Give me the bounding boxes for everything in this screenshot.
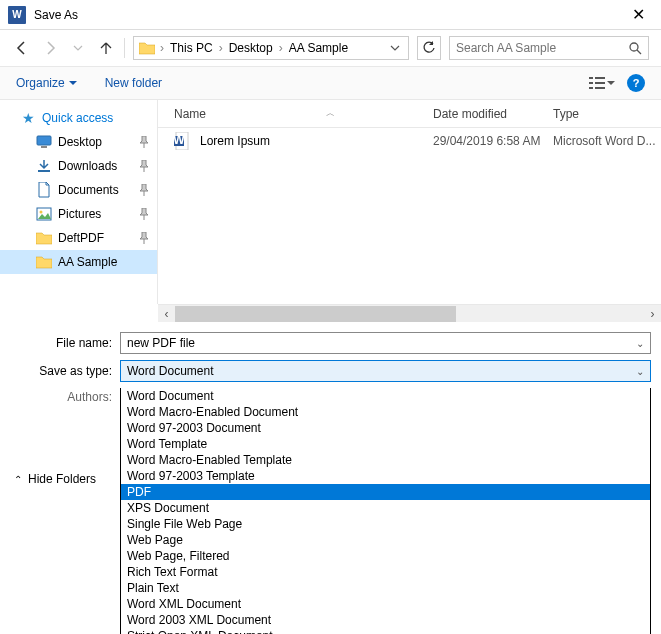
horizontal-scrollbar[interactable]: ‹ › — [158, 304, 661, 322]
scroll-left-icon[interactable]: ‹ — [158, 306, 175, 322]
form-area: File name: new PDF file ⌄ Save as type: … — [0, 322, 661, 634]
column-type[interactable]: Type — [553, 107, 661, 121]
folder-icon — [36, 207, 52, 221]
toolbar: Organize New folder ? — [0, 66, 661, 100]
search-icon[interactable] — [628, 41, 642, 55]
view-options-button[interactable] — [589, 76, 615, 90]
search-input[interactable] — [456, 41, 628, 55]
hide-folders-button[interactable]: ⌃ Hide Folders — [14, 472, 96, 486]
folder-icon — [36, 255, 52, 269]
sidebar-quick-access[interactable]: ★ Quick access — [0, 106, 157, 130]
svg-point-0 — [630, 43, 638, 51]
filetype-option[interactable]: Rich Text Format — [121, 564, 650, 580]
breadcrumb-dropdown-icon[interactable] — [386, 43, 404, 53]
dropdown-icon — [607, 79, 615, 87]
pin-icon — [139, 136, 149, 148]
sidebar-item[interactable]: Documents — [0, 178, 157, 202]
folder-icon — [36, 231, 52, 245]
svg-rect-6 — [589, 87, 593, 89]
saveastype-label: Save as type: — [0, 364, 120, 378]
chevron-right-icon[interactable]: › — [277, 41, 285, 55]
help-button[interactable]: ? — [627, 74, 645, 92]
sidebar-item[interactable]: Downloads — [0, 154, 157, 178]
breadcrumb[interactable]: › This PC › Desktop › AA Sample — [133, 36, 409, 60]
filetype-option[interactable]: Word 97-2003 Template — [121, 468, 650, 484]
sidebar-item[interactable]: Pictures — [0, 202, 157, 226]
sidebar-item-label: Downloads — [58, 159, 117, 173]
scroll-track[interactable] — [175, 306, 644, 322]
svg-line-1 — [637, 50, 641, 54]
dropdown-icon — [69, 79, 77, 87]
sort-indicator-icon: ︿ — [326, 107, 335, 120]
sidebar: ★ Quick access DesktopDownloadsDocuments… — [0, 100, 158, 304]
word-doc-icon: W — [174, 132, 192, 150]
svg-rect-5 — [595, 82, 605, 84]
folder-icon — [36, 135, 52, 149]
filename-input[interactable]: new PDF file ⌄ — [120, 332, 651, 354]
sidebar-item-label: Pictures — [58, 207, 101, 221]
sidebar-item[interactable]: AA Sample — [0, 250, 157, 274]
filetype-option[interactable]: Word Template — [121, 436, 650, 452]
filetype-option[interactable]: Web Page — [121, 532, 650, 548]
hide-folders-label: Hide Folders — [28, 472, 96, 486]
titlebar: W Save As ✕ — [0, 0, 661, 30]
saveastype-value: Word Document — [127, 364, 213, 378]
filename-label: File name: — [0, 336, 120, 350]
svg-rect-8 — [37, 136, 51, 145]
breadcrumb-item[interactable]: This PC — [168, 41, 215, 55]
filetype-option[interactable]: Word 2003 XML Document — [121, 612, 650, 628]
dropdown-icon[interactable]: ⌄ — [636, 338, 644, 349]
star-icon: ★ — [20, 111, 36, 125]
filetype-option[interactable]: Plain Text — [121, 580, 650, 596]
svg-point-12 — [40, 211, 43, 214]
sidebar-item[interactable]: DeftPDF — [0, 226, 157, 250]
pin-icon — [139, 184, 149, 196]
filetype-option[interactable]: Word Macro-Enabled Document — [121, 404, 650, 420]
breadcrumb-item[interactable]: Desktop — [227, 41, 275, 55]
pin-icon — [139, 232, 149, 244]
filetype-option[interactable]: Single File Web Page — [121, 516, 650, 532]
svg-rect-10 — [38, 170, 50, 172]
refresh-button[interactable] — [417, 36, 441, 60]
organize-label: Organize — [16, 76, 65, 90]
column-headers: Name︿ Date modified Type — [158, 100, 661, 128]
breadcrumb-item[interactable]: AA Sample — [287, 41, 350, 55]
scroll-right-icon[interactable]: › — [644, 306, 661, 322]
filetype-option[interactable]: PDF — [121, 484, 650, 500]
column-name[interactable]: Name︿ — [174, 107, 433, 121]
filetype-option[interactable]: Web Page, Filtered — [121, 548, 650, 564]
file-date: 29/04/2019 6:58 AM — [433, 134, 553, 148]
organize-button[interactable]: Organize — [16, 76, 77, 90]
close-icon[interactable]: ✕ — [624, 5, 653, 24]
filetype-option[interactable]: Word XML Document — [121, 596, 650, 612]
filetype-option[interactable]: Word Document — [121, 388, 650, 404]
new-folder-button[interactable]: New folder — [105, 76, 162, 90]
column-date[interactable]: Date modified — [433, 107, 553, 121]
sidebar-item-label: AA Sample — [58, 255, 117, 269]
word-app-icon: W — [8, 6, 26, 24]
sidebar-item[interactable]: Desktop — [0, 130, 157, 154]
svg-text:W: W — [174, 133, 185, 147]
folder-icon — [36, 159, 52, 173]
filetype-option[interactable]: XPS Document — [121, 500, 650, 516]
chevron-right-icon[interactable]: › — [217, 41, 225, 55]
folder-icon — [36, 183, 52, 197]
filetype-option[interactable]: Strict Open XML Document — [121, 628, 650, 634]
search-box[interactable] — [449, 36, 649, 60]
dropdown-icon[interactable]: ⌄ — [636, 366, 644, 377]
folder-icon — [138, 40, 156, 56]
authors-label: Authors: — [0, 390, 120, 404]
chevron-right-icon[interactable]: › — [158, 41, 166, 55]
up-button[interactable] — [96, 38, 116, 58]
nav-row: › This PC › Desktop › AA Sample — [0, 30, 661, 66]
back-button[interactable] — [12, 38, 32, 58]
svg-rect-2 — [589, 77, 593, 79]
filetype-option[interactable]: Word 97-2003 Document — [121, 420, 650, 436]
filetype-option[interactable]: Word Macro-Enabled Template — [121, 452, 650, 468]
scroll-thumb[interactable] — [175, 306, 456, 322]
saveastype-combobox[interactable]: Word Document ⌄ — [120, 360, 651, 382]
recent-dropdown-icon[interactable] — [68, 38, 88, 58]
svg-rect-7 — [595, 87, 605, 89]
file-row[interactable]: WLorem Ipsum29/04/2019 6:58 AMMicrosoft … — [158, 128, 661, 154]
main-area: ★ Quick access DesktopDownloadsDocuments… — [0, 100, 661, 304]
